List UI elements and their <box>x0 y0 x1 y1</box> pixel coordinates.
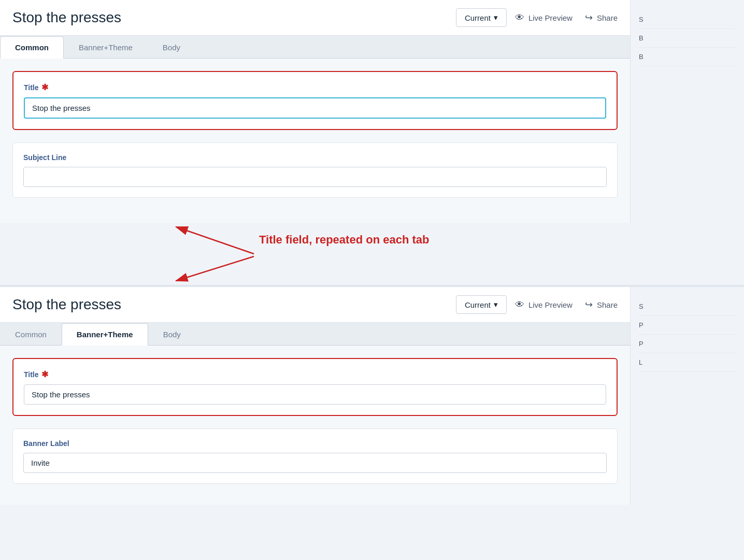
title-field-label-1: Title ✱ <box>24 82 606 92</box>
version-label-1: Current <box>465 13 491 22</box>
svg-line-3 <box>176 256 254 281</box>
side-item-2: B <box>639 29 736 48</box>
tab-banner-theme-2[interactable]: Banner+Theme <box>62 323 148 346</box>
live-preview-btn-2[interactable]: 👁 Live Preview <box>515 299 573 310</box>
annotation-container: Title field, repeated on each tab <box>0 223 744 285</box>
title-input-2[interactable] <box>24 384 606 405</box>
tabs-bar-2: Common Banner+Theme Body <box>0 323 630 345</box>
annotation-text: Title field, repeated on each tab <box>259 233 429 247</box>
side-panel-2: S P P L <box>630 287 744 505</box>
panel-content-2: Title ✱ Banner Label <box>0 345 630 505</box>
section-2: Stop the presses Current ▾ 👁 Live Previe… <box>0 285 744 505</box>
side-item-2-3: P <box>639 335 736 353</box>
banner-field-card-2: Banner Label <box>12 428 618 484</box>
share-icon-1: ↪ <box>585 12 593 23</box>
live-preview-label-1: Live Preview <box>528 13 573 22</box>
panel-content-1: Title ✱ Subject Line <box>0 58 630 223</box>
subject-field-label-1: Subject Line <box>23 153 607 162</box>
tab-body-1[interactable]: Body <box>148 36 195 59</box>
chevron-down-icon-2: ▾ <box>494 300 498 309</box>
tab-common-2[interactable]: Common <box>0 323 62 346</box>
side-item-2-1: S <box>639 297 736 316</box>
title-input-1[interactable] <box>24 97 606 119</box>
header-1: Stop the presses Current ▾ 👁 Live Previe… <box>0 0 630 36</box>
share-label-1: Share <box>597 13 618 22</box>
live-preview-label-2: Live Preview <box>528 300 573 309</box>
version-dropdown-2[interactable]: Current ▾ <box>456 295 507 314</box>
section-1: Stop the presses Current ▾ 👁 Live Previe… <box>0 0 744 223</box>
eye-icon-1: 👁 <box>515 12 524 23</box>
share-icon-2: ↪ <box>585 299 593 310</box>
header-actions-1: 👁 Live Preview ↪ Share <box>515 12 618 23</box>
section-2-main: Stop the presses Current ▾ 👁 Live Previe… <box>0 287 630 505</box>
header-2: Stop the presses Current ▾ 👁 Live Previe… <box>0 287 630 323</box>
version-label-2: Current <box>465 300 491 309</box>
live-preview-btn-1[interactable]: 👁 Live Preview <box>515 12 573 23</box>
side-item-2-4: L <box>639 353 736 372</box>
chevron-down-icon-1: ▾ <box>494 13 498 22</box>
tab-common-1[interactable]: Common <box>0 36 64 59</box>
side-item-1: S <box>639 10 736 29</box>
page-title-2: Stop the presses <box>12 296 448 313</box>
svg-line-2 <box>176 227 254 254</box>
tab-banner-theme-1[interactable]: Banner+Theme <box>64 36 148 59</box>
side-panel-1: S B B <box>630 0 744 223</box>
section-1-main: Stop the presses Current ▾ 👁 Live Previe… <box>0 0 630 223</box>
tabs-bar-1: Common Banner+Theme Body <box>0 36 630 58</box>
subject-input-1[interactable] <box>23 167 607 187</box>
side-item-3: B <box>639 48 736 66</box>
share-label-2: Share <box>597 300 618 309</box>
banner-input-2[interactable] <box>23 453 607 473</box>
tab-body-2[interactable]: Body <box>148 323 196 346</box>
title-required-2: ✱ <box>41 369 48 379</box>
subject-field-card-1: Subject Line <box>12 142 618 198</box>
header-actions-2: 👁 Live Preview ↪ Share <box>515 299 618 310</box>
title-field-label-2: Title ✱ <box>24 369 606 379</box>
title-field-card-1: Title ✱ <box>12 71 618 130</box>
title-required-1: ✱ <box>41 82 48 92</box>
annotation-arrows <box>0 223 744 285</box>
title-field-card-2: Title ✱ <box>12 358 618 416</box>
page-title-1: Stop the presses <box>12 9 448 26</box>
share-btn-2[interactable]: ↪ Share <box>585 299 618 310</box>
eye-icon-2: 👁 <box>515 299 524 310</box>
version-dropdown-1[interactable]: Current ▾ <box>456 8 507 27</box>
share-btn-1[interactable]: ↪ Share <box>585 12 618 23</box>
banner-field-label-2: Banner Label <box>23 439 607 448</box>
side-item-2-2: P <box>639 316 736 335</box>
